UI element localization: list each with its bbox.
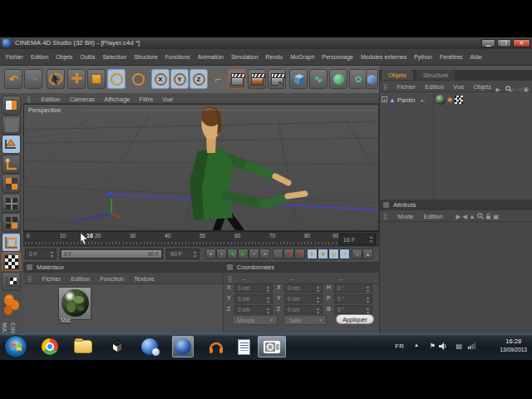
current-frame-field[interactable]: 16 F▲▼	[339, 234, 376, 245]
x-axis-lock-icon[interactable]: X	[151, 69, 170, 89]
attr-icons[interactable]: ▶ ◀ ▲ ▣	[456, 213, 498, 220]
goto-end-button[interactable]: »	[259, 249, 270, 259]
play-button[interactable]: ▶	[238, 249, 249, 259]
object-row-pantin[interactable]: + ▲ Pantin ●; ✱	[382, 95, 463, 106]
add-cube-icon[interactable]	[289, 69, 308, 89]
menu-objets[interactable]: Objets	[56, 54, 72, 60]
object-axis-icon[interactable]	[2, 155, 21, 174]
minimize-button[interactable]: ▁	[481, 39, 495, 47]
menu-personnage[interactable]: Personnage	[322, 54, 353, 60]
enable-axis-icon[interactable]	[2, 233, 21, 252]
timeline-ruler[interactable]: 0 10 20 30 40 50 60 70 80 90 16 16 F▲▼	[23, 231, 379, 247]
model-mode-icon[interactable]	[2, 135, 21, 154]
render-picture-viewer-icon[interactable]	[248, 69, 266, 89]
obj-menu-objets[interactable]: Objets	[473, 83, 491, 91]
rot-b-field[interactable]: 0 °▲▼	[334, 305, 372, 314]
y-axis-lock-icon[interactable]: Y	[170, 69, 189, 89]
obj-menu-edition[interactable]: Edition	[425, 83, 444, 91]
coord-system-icon[interactable]: ⌐	[209, 69, 227, 89]
range-start-field[interactable]: 0 F▲▼	[25, 249, 57, 259]
close-button[interactable]: ✕	[513, 39, 530, 47]
menu-rendu[interactable]: Rendu	[266, 54, 283, 60]
menu-fichier[interactable]: Fichier	[6, 54, 23, 60]
vmenu-vue[interactable]: Vue	[162, 96, 173, 103]
menu-fenetres[interactable]: Fenêtres	[440, 54, 463, 60]
keyframe-dots-icon[interactable]: ⠿	[352, 249, 362, 259]
vmenu-affichage[interactable]: Affichage	[104, 96, 130, 103]
pos-y-field[interactable]: 0 cm▲▼	[234, 294, 273, 303]
render-settings-icon[interactable]	[268, 69, 286, 89]
rot-p-field[interactable]: 0 °▲▼	[334, 294, 372, 303]
obj-menu-fichier[interactable]: Fichier	[397, 83, 416, 91]
attr-menu-mode[interactable]: Mode	[398, 213, 414, 220]
mat-menu-texture[interactable]: Texture	[134, 275, 155, 283]
camera-app-icon[interactable]	[258, 336, 286, 357]
pos-x-field[interactable]: 0 cm▲▼	[234, 283, 273, 293]
menu-mograph[interactable]: MoGraph	[290, 54, 314, 60]
mat-menu-edition[interactable]: Edition	[71, 275, 90, 283]
menu-fonctions[interactable]: Fonctions	[165, 54, 190, 60]
explorer-icon[interactable]	[72, 336, 94, 357]
mat-menu-fonction[interactable]: Fonction	[100, 275, 124, 283]
texture-axis-icon[interactable]	[2, 272, 21, 291]
menu-edition[interactable]: Edition	[31, 54, 48, 60]
menu-structure[interactable]: Structure	[134, 54, 157, 60]
notepad-icon[interactable]	[233, 336, 254, 357]
pos-z-field[interactable]: 0 cm▲▼	[234, 305, 273, 314]
tab-structure[interactable]: Structure	[416, 70, 455, 80]
snap-magnet-icon[interactable]	[2, 293, 21, 318]
attributes-header[interactable]: Attributs	[380, 200, 532, 210]
material-thumbnail[interactable]: Mat	[58, 287, 91, 320]
cinema4d-taskbar-icon[interactable]	[172, 336, 194, 357]
tray-clock[interactable]: 16:2813/09/2013	[500, 337, 527, 354]
record-scale-icon[interactable]: ■	[318, 249, 328, 259]
add-deformer-icon[interactable]: ✿	[349, 69, 367, 89]
points-mode-icon[interactable]	[2, 174, 21, 193]
unity-icon[interactable]	[106, 336, 128, 357]
add-environment-icon[interactable]	[366, 69, 378, 89]
tab-objets[interactable]: Objets	[382, 70, 413, 80]
chrome-icon[interactable]	[39, 336, 61, 357]
coordinates-header[interactable]: Coordonnées	[224, 262, 380, 273]
materials-header[interactable]: Matériaux	[23, 262, 223, 273]
size-x-field[interactable]: 0 cm▲▼	[284, 283, 323, 293]
record-param-icon[interactable]: ◔	[339, 249, 350, 259]
character-tag-icon[interactable]: ✱	[447, 96, 453, 104]
preview-range-slider[interactable]: 0 F90 F	[60, 249, 163, 259]
layout-icon[interactable]	[2, 96, 21, 115]
title-bar[interactable]: CINEMA 4D Studio (32 Bit) - [Player.c4d …	[0, 37, 532, 49]
expand-icon[interactable]: +	[382, 96, 387, 102]
mat-menu-fichier[interactable]: Fichier	[42, 275, 62, 283]
play-backward-button[interactable]: ◀	[227, 249, 238, 259]
vmenu-filtre[interactable]: Filtre	[139, 96, 153, 103]
rotate-band-icon[interactable]	[129, 69, 147, 89]
tray-center-icon[interactable]: ▤	[456, 342, 462, 350]
start-button[interactable]	[4, 335, 27, 358]
visibility-dots-icon[interactable]: ●;	[420, 97, 425, 103]
move-tool-icon[interactable]: ✛	[67, 69, 86, 89]
tray-language[interactable]: FR	[395, 342, 404, 350]
headphones-icon[interactable]	[205, 336, 227, 357]
z-axis-lock-icon[interactable]: Z	[190, 69, 208, 89]
goto-start-button[interactable]: «	[205, 249, 216, 259]
keyframe-selection-button[interactable]: ◉	[294, 249, 305, 259]
rot-h-field[interactable]: 0 °▲▼	[334, 283, 372, 293]
texture-tag-icon[interactable]	[455, 96, 463, 104]
vmenu-cameras[interactable]: Cameras	[70, 96, 95, 103]
record-button[interactable]: ◌	[273, 249, 283, 259]
redo-icon[interactable]: ↷	[24, 69, 42, 89]
object-name[interactable]: Pantin	[397, 96, 415, 104]
render-view-icon[interactable]	[228, 69, 246, 89]
menu-outils[interactable]: Outils	[81, 54, 96, 60]
texture-mode-icon[interactable]	[2, 252, 21, 271]
add-spline-icon[interactable]: ∿	[309, 69, 328, 89]
menu-selection[interactable]: Selection	[102, 54, 126, 60]
menu-python[interactable]: Python	[414, 54, 432, 60]
select-tool-icon[interactable]	[47, 69, 65, 89]
add-generator-icon[interactable]	[329, 69, 347, 89]
tray-signal-icon[interactable]	[468, 342, 475, 351]
range-end-field[interactable]: 90 F▲▼	[166, 249, 200, 259]
attr-menu-edition[interactable]: Edition	[423, 213, 442, 220]
deformer-grey-icon[interactable]	[2, 116, 21, 135]
solo-mode-icon[interactable]: ▲	[362, 249, 373, 259]
